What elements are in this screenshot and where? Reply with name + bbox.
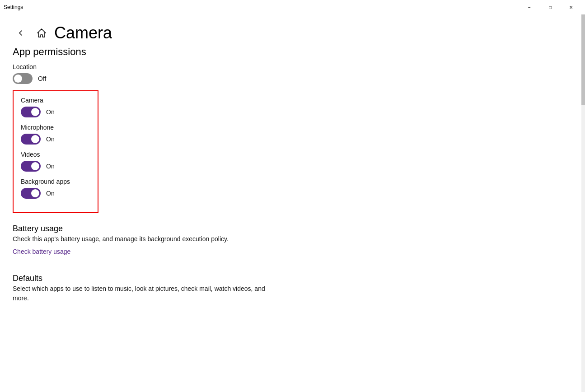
scrollbar-thumb[interactable] bbox=[581, 14, 585, 105]
location-toggle-knob bbox=[14, 75, 22, 83]
background-apps-label: Background apps bbox=[21, 178, 90, 185]
camera-toggle-label: On bbox=[46, 108, 55, 116]
videos-toggle-row: On bbox=[21, 161, 90, 172]
background-apps-permission-item: Background apps On bbox=[21, 178, 90, 199]
close-button[interactable]: ✕ bbox=[561, 0, 581, 14]
minimize-button[interactable]: − bbox=[519, 0, 540, 14]
app-permissions-heading: App permissions bbox=[13, 46, 585, 58]
title-bar-left: Settings bbox=[4, 4, 23, 10]
maximize-button[interactable]: □ bbox=[540, 0, 561, 14]
home-icon bbox=[36, 28, 47, 38]
page-title: Camera bbox=[54, 23, 112, 42]
battery-section: Battery usage Check this app's battery u… bbox=[13, 224, 585, 256]
scrollbar-track[interactable] bbox=[581, 14, 585, 392]
defaults-section: Defaults Select which apps to use to lis… bbox=[13, 274, 585, 303]
battery-description: Check this app's battery usage, and mana… bbox=[13, 234, 275, 244]
defaults-heading: Defaults bbox=[13, 274, 585, 283]
background-apps-toggle-row: On bbox=[21, 188, 90, 199]
camera-toggle-row: On bbox=[21, 107, 90, 117]
title-bar-title: Settings bbox=[4, 4, 23, 10]
location-toggle-label: Off bbox=[38, 75, 46, 82]
title-bar-controls: − □ ✕ bbox=[519, 0, 581, 14]
background-apps-toggle-knob bbox=[31, 189, 39, 197]
videos-toggle[interactable] bbox=[21, 161, 41, 172]
home-svg-icon bbox=[36, 28, 47, 38]
microphone-toggle-knob bbox=[31, 135, 39, 143]
title-bar: Settings − □ ✕ bbox=[0, 0, 585, 14]
videos-permission-item: Videos On bbox=[21, 151, 90, 172]
camera-permission-item: Camera On bbox=[21, 97, 90, 117]
camera-toggle[interactable] bbox=[21, 107, 41, 117]
location-toggle-row: Off bbox=[13, 73, 585, 84]
background-apps-toggle[interactable] bbox=[21, 188, 41, 199]
background-apps-toggle-label: On bbox=[46, 190, 55, 197]
location-label: Location bbox=[13, 63, 585, 70]
back-button[interactable] bbox=[13, 25, 29, 41]
location-toggle[interactable] bbox=[13, 73, 33, 84]
page-header: Camera bbox=[13, 14, 585, 46]
location-permission-item: Location Off bbox=[13, 63, 585, 84]
microphone-toggle-row: On bbox=[21, 134, 90, 145]
microphone-toggle-label: On bbox=[46, 135, 55, 143]
camera-toggle-knob bbox=[31, 108, 39, 116]
battery-heading: Battery usage bbox=[13, 224, 585, 233]
videos-label: Videos bbox=[21, 151, 90, 158]
microphone-toggle[interactable] bbox=[21, 134, 41, 145]
microphone-permission-item: Microphone On bbox=[21, 124, 90, 145]
main-content: Camera App permissions Location Off Came… bbox=[0, 14, 585, 392]
defaults-description: Select which apps to use to listen to mu… bbox=[13, 284, 275, 303]
videos-toggle-label: On bbox=[46, 163, 55, 170]
content-area: Camera App permissions Location Off Came… bbox=[0, 14, 585, 392]
check-battery-usage-link[interactable]: Check battery usage bbox=[13, 248, 70, 255]
camera-label: Camera bbox=[21, 97, 90, 104]
back-icon bbox=[17, 29, 24, 37]
highlighted-permissions-box: Camera On Microphone On bbox=[13, 90, 98, 213]
microphone-label: Microphone bbox=[21, 124, 90, 131]
videos-toggle-knob bbox=[31, 162, 39, 170]
